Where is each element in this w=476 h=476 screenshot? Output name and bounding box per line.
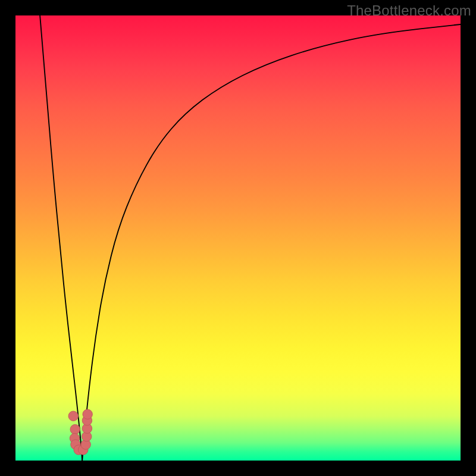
chart-frame: TheBottleneck.com: [0, 0, 476, 476]
curve-group: [40, 15, 461, 461]
data-marker: [68, 411, 78, 421]
data-marker: [70, 424, 80, 434]
chart-svg: [15, 15, 461, 461]
plot-area: [15, 15, 461, 461]
curve-right-branch: [82, 24, 461, 461]
marker-group: [68, 409, 92, 455]
curve-left-branch: [40, 15, 82, 461]
data-marker: [83, 409, 92, 419]
